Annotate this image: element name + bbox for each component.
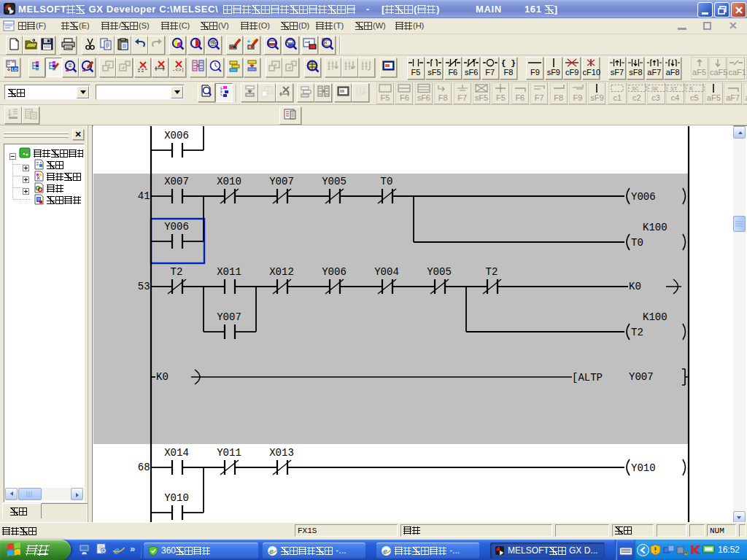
svg-text:Y007: Y007 bbox=[269, 176, 294, 187]
svg-text:e: e bbox=[114, 544, 120, 556]
svg-text:X012: X012 bbox=[269, 266, 294, 278]
svg-text:Y011: Y011 bbox=[217, 447, 241, 459]
svg-text:X013: X013 bbox=[269, 447, 294, 459]
svg-text:X007: X007 bbox=[164, 176, 189, 187]
svg-text:ST: ST bbox=[670, 85, 678, 92]
svg-text:Y005: Y005 bbox=[427, 266, 452, 278]
svg-text:K100: K100 bbox=[643, 311, 667, 323]
svg-text:T0: T0 bbox=[631, 237, 643, 249]
svg-text:T2: T2 bbox=[486, 266, 498, 278]
svg-text:41: 41 bbox=[138, 190, 150, 202]
svg-text:LD: LD bbox=[12, 67, 18, 71]
svg-text:Y010: Y010 bbox=[631, 462, 656, 474]
svg-text:53: 53 bbox=[138, 281, 150, 292]
svg-text:Y006: Y006 bbox=[631, 191, 656, 203]
svg-text:68: 68 bbox=[138, 462, 150, 473]
svg-text:Y006: Y006 bbox=[164, 221, 189, 233]
svg-text:Y005: Y005 bbox=[322, 176, 347, 187]
svg-text:X014: X014 bbox=[164, 447, 189, 459]
svg-text:X011: X011 bbox=[217, 266, 241, 278]
svg-text:T0: T0 bbox=[381, 176, 393, 187]
svg-text:X010: X010 bbox=[217, 176, 241, 187]
svg-text:e: e bbox=[383, 545, 387, 556]
svg-text:-<>|: -<>| bbox=[172, 67, 184, 72]
svg-text:Y004: Y004 bbox=[374, 266, 399, 278]
svg-text:X006: X006 bbox=[164, 130, 189, 141]
svg-text:T2: T2 bbox=[631, 327, 643, 338]
svg-text:SC: SC bbox=[632, 85, 639, 92]
svg-text:Y007: Y007 bbox=[217, 311, 241, 323]
svg-text:T2: T2 bbox=[171, 266, 183, 278]
svg-text:Y010: Y010 bbox=[164, 492, 189, 504]
svg-text:R: R bbox=[689, 85, 693, 92]
svg-text:[ALTP: [ALTP bbox=[572, 372, 603, 384]
svg-text:Y007: Y007 bbox=[629, 371, 654, 383]
svg-text:SE: SE bbox=[651, 85, 659, 92]
svg-text:K0: K0 bbox=[156, 371, 169, 383]
svg-text:Y006: Y006 bbox=[322, 266, 347, 278]
svg-text:K100: K100 bbox=[643, 222, 667, 233]
svg-text:e: e bbox=[269, 545, 274, 556]
svg-text:K0: K0 bbox=[629, 281, 641, 292]
